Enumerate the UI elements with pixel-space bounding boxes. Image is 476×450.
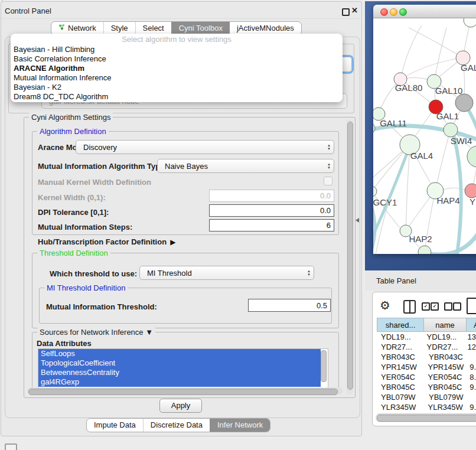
attribute-item-gal4rgexp[interactable]: gal4RGexp <box>38 377 321 387</box>
algorithm-option-dream8-dc-tdc-algorithm[interactable]: Dream8 DC_TDC Algorithm <box>11 92 343 102</box>
attribute-item-betweennesscentrality[interactable]: BetweennessCentrality <box>38 368 321 377</box>
table-cell: YBL079W <box>377 392 426 402</box>
table-cell <box>470 392 471 402</box>
table-cell: 13 <box>467 332 476 342</box>
bottom-tab-infer-network[interactable]: Infer Network <box>210 419 270 432</box>
table-row[interactable]: YDR27...YDR27...12 <box>377 342 476 352</box>
table-panel-title: Table Panel <box>376 276 416 285</box>
kernel-width-label: Kernel Width (0,1): <box>38 193 106 202</box>
cyni-settings-group-title: Cyni Algorithm Settings <box>29 113 113 122</box>
settings-vscrollbar-thumb[interactable] <box>347 122 353 390</box>
network-node-gray-node[interactable] <box>455 94 473 112</box>
mi-threshold-label: Mutual Information Threshold: <box>46 302 157 311</box>
algorithm-popup-options: Bayesian - Hill ClimbingBasic Correlatio… <box>11 45 343 102</box>
network-node-swi4[interactable] <box>444 123 458 137</box>
control-panel-title: Control Panel <box>5 6 51 15</box>
table-cell: YER054C <box>377 372 426 382</box>
table-row[interactable]: YPR145WYPR145W9. <box>377 362 476 372</box>
data-attributes-list[interactable]: SelfLoopsTopologicalCoefficientBetweenne… <box>38 348 328 389</box>
network-canvas[interactable]: GALGAL80GAL10GAL1GAL11SWI4GAL4YHAP4GCY1H… <box>373 18 476 254</box>
tab-label: Network <box>68 22 96 35</box>
checked-checkbox-icon[interactable]: ✓ <box>422 302 430 311</box>
tab-label: Discretize Data <box>151 419 203 432</box>
network-window-titlebar[interactable] <box>373 5 476 18</box>
apply-button[interactable]: Apply <box>159 399 202 413</box>
tab-label: jActiveMNodules <box>237 22 294 35</box>
network-edge <box>425 231 476 254</box>
mi-steps-field[interactable]: 6 <box>209 219 334 231</box>
settings-hscrollbar-thumb[interactable] <box>28 389 338 395</box>
table-row[interactable]: YDL19...YDL19...13 <box>377 332 476 342</box>
network-node-top-arc[interactable] <box>464 18 476 27</box>
combo-arrows-icon: ▲▼ <box>304 269 314 276</box>
table-hscrollbar-thumb[interactable] <box>377 415 476 422</box>
network-node-big-right-node[interactable] <box>467 146 476 167</box>
table-row[interactable]: YBR045CYBR045C9. <box>377 382 476 392</box>
node-label-gal1: GAL1 <box>436 111 459 121</box>
tab-select[interactable]: Select <box>135 22 171 35</box>
network-node-left-edge-node[interactable] <box>373 123 375 133</box>
bottom-tab-impute-data[interactable]: Impute Data <box>87 419 143 432</box>
network-view-window: GALGAL80GAL10GAL1GAL11SWI4GAL4YHAP4GCY1H… <box>373 5 476 254</box>
zoom-traffic-light-icon[interactable] <box>399 8 407 16</box>
minimized-panel-icon[interactable] <box>5 444 17 450</box>
mi-type-label: Mutual Information Algorithm Type: <box>38 162 167 171</box>
algorithm-option-bayesian-hill-climbing[interactable]: Bayesian - Hill Climbing <box>11 45 343 54</box>
network-node-y-clipped[interactable] <box>465 184 476 198</box>
tab-style[interactable]: Style <box>103 22 135 35</box>
tab-network[interactable]: Network <box>51 22 103 35</box>
checked-checkbox-icon[interactable]: ✓ <box>431 302 439 311</box>
mi-steps-label: Mutual Information Steps: <box>38 223 132 231</box>
sources-group-title[interactable]: Sources for Network Inference ▼ <box>37 328 155 337</box>
table-row[interactable]: YBR043CYBR043C <box>377 352 476 362</box>
application-root: Control Panel ✕ NetworkStyleSelectCyni T… <box>0 0 476 450</box>
algorithm-option-basic-correlation-inference[interactable]: Basic Correlation Inference <box>11 54 343 64</box>
tab-label: Select <box>143 22 164 35</box>
network-icon <box>58 22 66 35</box>
kernel-width-field[interactable]: 0.0 <box>209 190 334 202</box>
new-table-icon[interactable] <box>467 298 476 314</box>
hub-definition-toggle[interactable]: Hub/Transcription Factor Definition▶ <box>38 237 175 246</box>
dpi-tolerance-field[interactable]: 0.0 <box>209 204 334 217</box>
tab-cyni-toolbox[interactable]: Cyni Toolbox <box>171 22 230 35</box>
algorithm-option-mutual-information-inference[interactable]: Mutual Information Inference <box>11 73 343 83</box>
list-vscrollbar-thumb[interactable] <box>321 350 327 382</box>
column-header-shared[interactable]: shared... <box>377 318 424 332</box>
threshold-definition-title: Threshold Definition <box>37 249 110 257</box>
node-label-gal80: GAL80 <box>395 83 423 93</box>
table-row[interactable]: YBL079WYBL079W <box>377 392 476 402</box>
node-label-swi4: SWI4 <box>451 136 472 146</box>
manual-kernel-checkbox[interactable] <box>324 177 332 185</box>
network-node-gcy1[interactable] <box>373 186 377 197</box>
algorithm-option-bayesian-k2[interactable]: Bayesian - K2 <box>11 83 343 92</box>
close-icon[interactable]: ✕ <box>351 6 358 15</box>
which-threshold-label: Which threshold to use: <box>50 269 137 278</box>
attribute-item-topologicalcoefficient[interactable]: TopologicalCoefficient <box>38 358 321 368</box>
which-threshold-combobox[interactable]: MI Threshold ▲▼ <box>139 266 314 280</box>
table-cell: YDR27... <box>377 342 425 352</box>
unchecked-checkbox-icon[interactable] <box>444 302 452 311</box>
table-row[interactable]: YER054CYER054C8. <box>377 372 476 382</box>
tab-label: Impute Data <box>94 419 136 432</box>
minimize-traffic-light-icon[interactable] <box>390 8 397 16</box>
splitter-collapse-arrow[interactable] <box>356 218 359 223</box>
attribute-item-selfloops[interactable]: SelfLoops <box>38 349 321 358</box>
float-window-icon[interactable] <box>342 8 350 16</box>
unchecked-checkbox-icon[interactable] <box>453 302 461 311</box>
network-node-bottom-node[interactable] <box>418 246 431 254</box>
table-cell: 9. <box>468 402 476 412</box>
table-row[interactable]: YLR345WYLR345W9. <box>377 402 476 412</box>
column-header-a[interactable]: A <box>467 318 476 332</box>
algorithm-option-aracne-algorithm[interactable]: ARACNE Algorithm <box>11 64 343 73</box>
tab-jactivemnodules[interactable]: jActiveMNodules <box>230 22 301 35</box>
node-label-gal4: GAL4 <box>410 151 433 161</box>
aracne-mode-combobox[interactable]: Discovery ▲▼ <box>76 140 334 154</box>
table-cell: 12 <box>467 342 476 352</box>
close-traffic-light-icon[interactable] <box>380 8 388 16</box>
show-columns-icon[interactable] <box>403 300 416 314</box>
mi-threshold-field[interactable]: 0.5 <box>248 299 331 312</box>
settings-gear-icon[interactable]: ⚙ <box>380 298 390 312</box>
mi-type-combobox[interactable]: Naive Bayes ▲▼ <box>157 159 334 173</box>
column-header-name[interactable]: name <box>424 318 467 332</box>
bottom-tab-discretize-data[interactable]: Discretize Data <box>143 419 210 432</box>
